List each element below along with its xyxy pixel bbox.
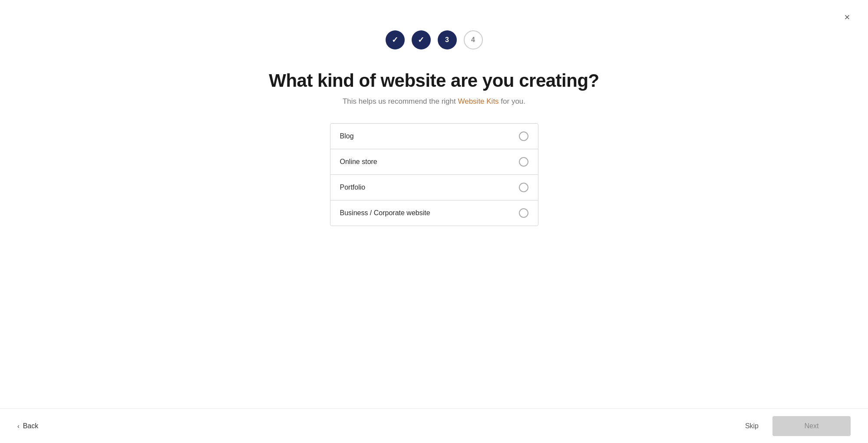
bottom-nav: ‹ Back Skip Next	[0, 408, 868, 443]
step-4: 4	[464, 30, 483, 49]
step-1-icon: ✓	[392, 35, 398, 45]
step-2: ✓	[412, 30, 431, 49]
page-title: What kind of website are you creating?	[269, 70, 599, 91]
next-button[interactable]: Next	[772, 416, 851, 436]
option-portfolio-label: Portfolio	[340, 184, 366, 191]
subtitle-suffix: for you.	[499, 97, 525, 105]
option-portfolio-radio	[519, 183, 528, 192]
step-4-label: 4	[471, 36, 475, 44]
step-2-icon: ✓	[418, 35, 424, 45]
back-label: Back	[23, 422, 39, 430]
title-section: What kind of website are you creating? T…	[269, 70, 599, 106]
option-business-radio	[519, 208, 528, 218]
step-1: ✓	[386, 30, 405, 49]
option-blog[interactable]: Blog	[330, 123, 538, 149]
option-online-store[interactable]: Online store	[330, 149, 538, 175]
subtitle-highlight: Website Kits	[458, 97, 498, 105]
close-button[interactable]: ×	[840, 10, 854, 24]
step-indicators: ✓ ✓ 3 4	[386, 30, 483, 49]
skip-button[interactable]: Skip	[738, 418, 766, 434]
option-portfolio[interactable]: Portfolio	[330, 174, 538, 200]
options-list: Blog Online store Portfolio Business / C…	[330, 123, 538, 226]
right-nav: Skip Next	[738, 416, 851, 436]
main-content: ✓ ✓ 3 4 What kind of website are you cre…	[0, 0, 868, 226]
subtitle: This helps us recommend the right Websit…	[269, 97, 599, 106]
option-blog-radio	[519, 131, 528, 141]
option-blog-label: Blog	[340, 132, 354, 140]
option-online-store-label: Online store	[340, 158, 377, 166]
step-3-label: 3	[445, 36, 449, 44]
subtitle-prefix: This helps us recommend the right	[343, 97, 458, 105]
back-button[interactable]: ‹ Back	[17, 418, 38, 434]
option-online-store-radio	[519, 157, 528, 167]
option-business-label: Business / Corporate website	[340, 209, 430, 217]
back-chevron-icon: ‹	[17, 423, 20, 430]
option-business[interactable]: Business / Corporate website	[330, 200, 538, 226]
step-3: 3	[438, 30, 457, 49]
